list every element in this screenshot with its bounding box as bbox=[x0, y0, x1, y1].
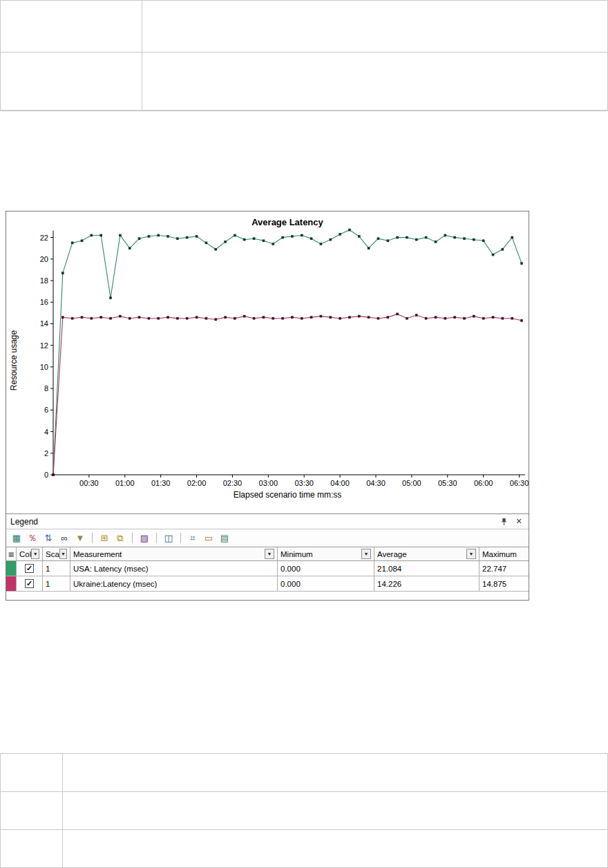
svg-text:04:30: 04:30 bbox=[366, 479, 386, 487]
average-latency-chart: 024681012141618202200:3001:0001:3002:000… bbox=[6, 211, 529, 513]
svg-text:12: 12 bbox=[40, 341, 48, 350]
minimum-cell: 0.000 bbox=[278, 561, 374, 576]
table-cell bbox=[63, 830, 607, 868]
table-cell bbox=[142, 1, 607, 53]
legend-col-header-measurement: Measurement▼ bbox=[70, 547, 278, 560]
select-columns-icon[interactable]: ◫ bbox=[162, 532, 175, 544]
svg-text:06:00: 06:00 bbox=[474, 479, 493, 487]
svg-text:03:30: 03:30 bbox=[294, 479, 314, 487]
svg-text:04:00: 04:00 bbox=[330, 479, 350, 487]
show-hide-graph-icon[interactable]: ▦ bbox=[10, 532, 23, 544]
svg-text:Resource usage: Resource usage bbox=[9, 330, 19, 390]
svg-text:18: 18 bbox=[40, 276, 48, 285]
legend-col-header-maximum: Maximum bbox=[479, 547, 529, 560]
table-cell bbox=[1, 1, 142, 53]
column-label: Maximum bbox=[482, 550, 517, 558]
average-cell: 21.084 bbox=[374, 561, 479, 576]
view-measurement-description-icon[interactable]: ∞ bbox=[58, 532, 70, 544]
close-icon[interactable]: ✕ bbox=[513, 516, 524, 527]
legend-col-header-swatch: ▦ bbox=[6, 547, 17, 560]
column-filter-dropdown[interactable]: ▼ bbox=[265, 549, 274, 559]
svg-text:14: 14 bbox=[40, 319, 48, 328]
svg-text:0: 0 bbox=[44, 471, 48, 479]
column-filter-dropdown[interactable]: ▼ bbox=[31, 549, 39, 559]
svg-text:8: 8 bbox=[44, 384, 48, 393]
measurement-cell: USA: Latency (msec) bbox=[70, 561, 278, 576]
svg-text:10: 10 bbox=[40, 363, 48, 371]
column-label: Col bbox=[19, 550, 31, 558]
legend-col-header-col: Col▼ bbox=[17, 547, 43, 560]
average-cell: 14.226 bbox=[374, 576, 479, 591]
visibility-checkbox[interactable]: ✓ bbox=[25, 564, 34, 573]
svg-text:22: 22 bbox=[40, 234, 48, 242]
table-cell bbox=[1, 830, 63, 868]
legend-table-header: ▦Col▼Sca▼Measurement▼Minimum▼Average▼Max… bbox=[6, 547, 529, 561]
scale-cell: 1 bbox=[43, 576, 70, 591]
column-filter-dropdown[interactable]: ▼ bbox=[59, 549, 67, 559]
pin-icon[interactable] bbox=[498, 516, 509, 527]
table-cell bbox=[1, 53, 142, 111]
sort-measurements-icon[interactable]: ⇅ bbox=[42, 532, 55, 544]
legend-toolbar: ▦％⇅∞▼⊞⧉▨◫⌗▭▤ bbox=[6, 529, 529, 547]
svg-text:2: 2 bbox=[44, 449, 48, 457]
toolbar-separator bbox=[132, 533, 133, 543]
configure-measurements-icon[interactable]: ％ bbox=[26, 532, 39, 544]
svg-text:06:30: 06:30 bbox=[510, 479, 529, 487]
svg-text:00:30: 00:30 bbox=[79, 479, 99, 487]
svg-text:6: 6 bbox=[44, 406, 48, 414]
top-document-table bbox=[0, 0, 608, 111]
column-label: Measurement bbox=[73, 550, 122, 558]
svg-text:16: 16 bbox=[40, 298, 48, 306]
scale-cell: 1 bbox=[43, 561, 70, 576]
color-swatch bbox=[6, 561, 17, 576]
toolbar-separator bbox=[180, 533, 181, 543]
table-cell bbox=[63, 792, 607, 830]
web-page-diagnostics-icon[interactable]: ⌗ bbox=[187, 532, 199, 544]
toolbar-separator bbox=[156, 533, 157, 543]
checkbox-cell: ✓ bbox=[17, 576, 43, 591]
table-cell bbox=[1, 792, 63, 830]
visibility-checkbox[interactable]: ✓ bbox=[25, 579, 34, 588]
table-cell bbox=[63, 754, 607, 792]
svg-text:05:30: 05:30 bbox=[438, 479, 457, 487]
filter-icon[interactable]: ▼ bbox=[74, 532, 86, 544]
svg-text:02:00: 02:00 bbox=[187, 479, 207, 487]
column-filter-dropdown[interactable]: ▼ bbox=[361, 549, 371, 559]
svg-text:02:30: 02:30 bbox=[223, 479, 243, 487]
ruler-icon[interactable]: ▭ bbox=[202, 532, 215, 544]
svg-text:20: 20 bbox=[40, 255, 48, 263]
graph-settings-icon[interactable]: ▨ bbox=[138, 532, 151, 544]
legend-table-body: ✓1USA: Latency (msec)0.00021.08422.747✓1… bbox=[6, 561, 529, 592]
svg-text:Elapsed scenario time mm:ss: Elapsed scenario time mm:ss bbox=[234, 490, 342, 500]
legend-col-header-minimum: Minimum▼ bbox=[278, 547, 374, 560]
svg-text:03:00: 03:00 bbox=[259, 479, 278, 487]
legend-title: Legend bbox=[10, 517, 38, 527]
table-cell bbox=[142, 53, 607, 111]
legend-row[interactable]: ✓1USA: Latency (msec)0.00021.08422.747 bbox=[6, 561, 529, 576]
svg-text:4: 4 bbox=[44, 428, 48, 436]
analysis-graph-panel: 024681012141618202200:3001:0001:3002:000… bbox=[6, 211, 529, 601]
minimum-cell: 0.000 bbox=[278, 576, 374, 591]
svg-text:01:00: 01:00 bbox=[115, 479, 135, 487]
toolbar-separator bbox=[92, 533, 93, 543]
legend-col-header-average: Average▼ bbox=[374, 547, 479, 560]
column-label: Minimum bbox=[281, 550, 313, 558]
color-swatch bbox=[6, 576, 17, 591]
legend-titlebar: Legend ✕ bbox=[6, 513, 529, 529]
checkbox-cell: ✓ bbox=[17, 561, 43, 576]
legend-row[interactable]: ✓1Ukraine:Latency (msec)0.00014.22614.87… bbox=[6, 576, 529, 592]
maximum-cell: 22.747 bbox=[479, 561, 529, 576]
svg-text:Average Latency: Average Latency bbox=[251, 217, 323, 227]
column-filter-dropdown[interactable]: ▼ bbox=[466, 549, 476, 559]
maximum-cell: 14.875 bbox=[479, 576, 529, 591]
latency-chart-svg: 024681012141618202200:3001:0001:3002:000… bbox=[6, 211, 529, 513]
legend-col-header-sca: Sca▼ bbox=[43, 547, 70, 560]
measurement-cell: Ukraine:Latency (msec) bbox=[70, 576, 278, 591]
copy-graph-icon[interactable]: ⧉ bbox=[114, 532, 126, 544]
table-cell bbox=[1, 754, 63, 792]
page: { "chart_data": { "type": "line", "title… bbox=[0, 0, 608, 868]
export-to-excel-icon[interactable]: ⊞ bbox=[98, 532, 111, 544]
bottom-document-table bbox=[0, 753, 608, 868]
svg-text:05:00: 05:00 bbox=[402, 479, 421, 487]
list-view-icon[interactable]: ▤ bbox=[218, 532, 231, 544]
